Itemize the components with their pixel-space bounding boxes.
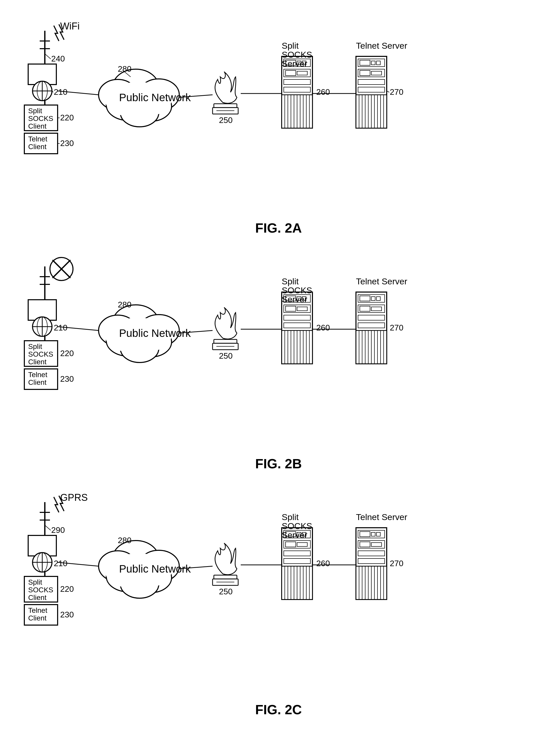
ref240: 240 [51, 54, 65, 63]
ref270-2c: 270 [390, 559, 403, 568]
svg-text:Server: Server [282, 59, 307, 68]
svg-text:Client: Client [28, 614, 47, 622]
ref250-2c: 250 [219, 587, 233, 596]
ref220-2c: 220 [60, 584, 74, 593]
svg-rect-57 [371, 61, 375, 65]
ref260-2a: 260 [316, 87, 330, 96]
firewall-2b [212, 308, 238, 350]
cloud-2b: Public Network [98, 305, 191, 362]
page: WiFi 240 210 Split SOCKS Client 22 [0, 0, 557, 756]
ref250-2a: 250 [219, 116, 233, 125]
svg-text:Telnet: Telnet [28, 606, 48, 614]
ref250-2b: 250 [219, 351, 233, 360]
fig2b-label: FIG. 2B [21, 456, 536, 471]
svg-text:Client: Client [28, 122, 47, 130]
svg-text:Client: Client [28, 593, 47, 602]
svg-rect-38 [297, 71, 307, 75]
svg-text:SOCKS: SOCKS [28, 586, 53, 594]
socks-server-title-2a: Split [282, 41, 299, 51]
firewall-2c [212, 543, 238, 585]
ref260-2b: 260 [316, 323, 330, 332]
svg-rect-207 [371, 532, 375, 536]
svg-text:Split: Split [28, 343, 42, 350]
svg-text:Telnet Server: Telnet Server [356, 512, 407, 522]
telnet-server-2c [356, 528, 387, 600]
svg-text:Server: Server [282, 530, 307, 540]
svg-rect-210 [360, 542, 370, 547]
gprs-label-2c: GPRS [60, 492, 88, 503]
fig2c-svg: GPRS 290 210 Split SOCKS Client 220 Teln… [21, 487, 536, 697]
svg-rect-114 [284, 315, 311, 320]
svg-line-154 [45, 525, 51, 530]
fig2c-label: FIG. 2C [21, 702, 536, 717]
svg-rect-136 [360, 306, 370, 311]
svg-rect-213 [358, 558, 385, 563]
svg-line-3 [45, 54, 51, 59]
fig2b-section: 210 Split SOCKS Client 220 Telnet Client… [21, 251, 536, 471]
telnet-server-2a [356, 56, 387, 128]
svg-rect-186 [286, 542, 296, 547]
svg-rect-133 [371, 297, 375, 300]
svg-text:Split: Split [28, 578, 42, 586]
svg-rect-188 [284, 551, 311, 556]
svg-text:Telnet: Telnet [28, 371, 48, 379]
ref280-2b: 280 [118, 300, 131, 309]
svg-text:SOCKS: SOCKS [282, 50, 312, 59]
svg-rect-112 [286, 306, 296, 311]
svg-text:Server: Server [282, 294, 307, 304]
svg-text:Client: Client [28, 378, 47, 386]
svg-rect-115 [284, 323, 311, 328]
svg-text:SOCKS: SOCKS [28, 350, 53, 358]
firewall-2a [212, 72, 238, 114]
telnet-server-title-2a: Telnet Server [356, 41, 407, 51]
svg-text:SOCKS: SOCKS [28, 115, 53, 122]
svg-rect-212 [358, 551, 385, 556]
fig2a-label: FIG. 2A [21, 220, 536, 236]
svg-rect-26 [214, 104, 237, 108]
svg-rect-138 [358, 315, 385, 320]
fig2b-svg: 210 Split SOCKS Client 220 Telnet Client… [21, 251, 536, 451]
ref270-2b: 270 [390, 323, 403, 332]
cloud-2a: Public Network [98, 69, 191, 127]
fig2a-section: WiFi 240 210 Split SOCKS Client 22 [21, 16, 536, 236]
ref230-2a: 230 [60, 139, 74, 148]
ref230-2c: 230 [60, 610, 74, 619]
svg-rect-211 [371, 543, 382, 547]
svg-rect-101 [214, 340, 237, 343]
ref270-2a: 270 [390, 87, 403, 96]
svg-rect-137 [371, 307, 382, 311]
ref290-2c: 290 [51, 525, 65, 535]
svg-rect-58 [377, 61, 380, 65]
fig2c-section: GPRS 290 210 Split SOCKS Client 220 Teln… [21, 487, 536, 717]
svg-text:Client: Client [28, 358, 47, 366]
svg-rect-40 [284, 87, 311, 92]
socks-client-label-2a: Split [28, 107, 42, 115]
svg-rect-134 [377, 297, 380, 300]
svg-rect-187 [297, 543, 307, 547]
svg-rect-62 [358, 80, 385, 85]
ref220-2a: 220 [60, 113, 74, 122]
ref260-2c: 260 [316, 559, 330, 568]
svg-rect-56 [360, 60, 370, 65]
svg-rect-189 [284, 558, 311, 563]
svg-text:Telnet Server: Telnet Server [356, 277, 407, 286]
svg-rect-39 [284, 80, 311, 85]
fig2a-svg: WiFi 240 210 Split SOCKS Client 22 [21, 16, 536, 215]
ref230-2b: 230 [60, 374, 74, 383]
svg-text:SOCKS: SOCKS [282, 521, 312, 531]
wifi-label-2a: WiFi [60, 21, 80, 31]
svg-rect-139 [358, 323, 385, 328]
cloud-2c: Public Network [98, 541, 191, 598]
telnet-client-label-2a: Telnet [28, 135, 48, 143]
ref280-2c: 280 [118, 536, 131, 545]
svg-text:SOCKS: SOCKS [282, 285, 312, 295]
svg-rect-113 [297, 307, 307, 311]
svg-text:Client: Client [28, 143, 47, 151]
svg-rect-63 [358, 87, 385, 92]
svg-rect-208 [377, 532, 380, 536]
telnet-server-2b [356, 292, 387, 364]
svg-text:Split: Split [282, 277, 299, 286]
svg-text:Split: Split [282, 512, 299, 522]
svg-rect-37 [286, 70, 296, 76]
svg-rect-61 [371, 71, 382, 75]
